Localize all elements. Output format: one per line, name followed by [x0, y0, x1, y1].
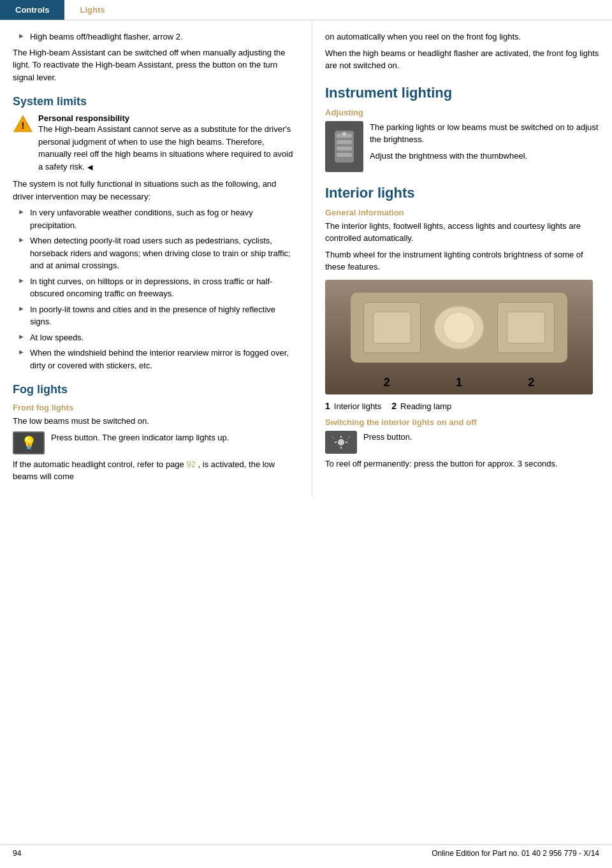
- tab-lights-label: Lights: [80, 5, 105, 15]
- fog-button-icon: 💡: [21, 435, 37, 451]
- svg-point-9: [338, 439, 344, 445]
- bullet-arrow-icon: ►: [18, 348, 25, 356]
- system-limits-heading: System limits: [13, 95, 299, 108]
- system-limits-para: The system is not fully functional in si…: [13, 178, 299, 203]
- fog-button-row: 💡 Press button. The green indicator lamp…: [13, 431, 299, 454]
- adj-text2: Adjust the brightness with the thumbwhee…: [370, 150, 599, 163]
- bullet-text-2: When detecting poorly-lit road users suc…: [30, 235, 299, 272]
- interior-lights-heading: Interior lights: [325, 185, 599, 201]
- copyright-text: Online Edition for Part no. 01 40 2 956 …: [432, 849, 599, 858]
- switch-button-image: [325, 431, 357, 454]
- fog-para2: When the high beams or headlight flasher…: [325, 47, 599, 72]
- fog-lights-heading: Fog lights: [13, 383, 299, 396]
- label-1-num: 1: [325, 401, 330, 411]
- bullet-arrow-icon: ►: [18, 333, 25, 340]
- bullet-item-3: ► In tight curves, on hilltops or in dep…: [18, 275, 299, 300]
- label-2-text: Reading lamp: [400, 401, 451, 411]
- thumbwheel-image: [325, 121, 363, 172]
- right-column: on automatically when you reel on the fr…: [312, 20, 612, 497]
- bullet-item-1: ► In very unfavorable weather conditions…: [18, 206, 299, 231]
- switching-heading: Switching the interior lights on and off: [325, 417, 599, 427]
- end-marker: ◀: [87, 163, 92, 171]
- interior-switch-icon: [328, 433, 354, 452]
- general-info-heading: General information: [325, 208, 599, 217]
- tab-controls[interactable]: Controls: [0, 0, 64, 20]
- bullet-arrow-icon: ►: [18, 32, 25, 40]
- front-fog-lights-heading: Front fog lights: [13, 403, 299, 412]
- warning-title: Personal responsibility: [38, 113, 299, 123]
- warning-text: The High-beam Assistant cannot serve as …: [38, 123, 299, 173]
- intro-paragraph: The High-beam Assistant can be switched …: [13, 47, 299, 84]
- svg-point-7: [342, 132, 346, 136]
- tab-lights[interactable]: Lights: [64, 0, 120, 20]
- intro-bullet-text: High beams off/headlight flasher, arrow …: [30, 31, 183, 43]
- warning-triangle-icon: !: [13, 113, 33, 134]
- fog-auto-text: If the automatic headlight control, refe…: [13, 458, 299, 483]
- left-column: ► High beams off/headlight flasher, arro…: [0, 20, 312, 497]
- bullet-text-4: In poorly-lit towns and cities and in th…: [30, 303, 299, 328]
- svg-text:!: !: [22, 120, 25, 131]
- bullet-text-6: When the windshield behind the interior …: [30, 347, 299, 372]
- interior-text1: The interior lights, footwell lights, ac…: [325, 220, 599, 245]
- bullet-text-3: In tight curves, on hilltops or in depre…: [30, 275, 299, 300]
- bullet-item-2: ► When detecting poorly-lit road users s…: [18, 235, 299, 272]
- adj-text1: The parking lights or low beams must be …: [370, 121, 599, 146]
- intro-bullet: ► High beams off/headlight flasher, arro…: [18, 31, 299, 43]
- label-2: 2 Reading lamp: [391, 401, 451, 411]
- fog-cont-text: on automatically when you reel on the fr…: [325, 31, 599, 43]
- switch-button-row: Press button.: [325, 431, 599, 454]
- svg-rect-5: [337, 147, 352, 150]
- adjusting-text-block: The parking lights or low beams must be …: [370, 121, 599, 166]
- svg-rect-4: [337, 140, 352, 144]
- warning-box: ! Personal responsibility The High-beam …: [13, 113, 299, 173]
- interior-text2: Thumb wheel for the instrument lighting …: [325, 249, 599, 273]
- thumbwheel-icon: [332, 127, 357, 166]
- bullet-text-1: In very unfavorable weather conditions, …: [30, 206, 299, 231]
- switch-text: Press button.: [363, 431, 412, 444]
- bullet-arrow-icon: ►: [18, 305, 25, 312]
- fog-button-image: 💡: [13, 431, 45, 454]
- bullet-arrow-icon: ►: [18, 236, 25, 243]
- interior-img-content: 2 1 2: [325, 280, 593, 394]
- fog-page-link[interactable]: 92: [186, 459, 195, 469]
- bullet-arrow-icon: ►: [18, 277, 25, 284]
- bullet-item-4: ► In poorly-lit towns and cities and in …: [18, 303, 299, 328]
- interior-lights-image: 2 1 2: [325, 280, 593, 394]
- instrument-lighting-heading: Instrument lighting: [325, 85, 599, 101]
- adjusting-row: The parking lights or low beams must be …: [325, 121, 599, 172]
- bullet-item-6: ► When the windshield behind the interio…: [18, 347, 299, 372]
- bullet-item-5: ► At low speeds.: [18, 331, 299, 344]
- fog-auto-text-pre: If the automatic headlight control, refe…: [13, 459, 184, 469]
- page-footer: 94 Online Edition for Part no. 01 40 2 9…: [0, 844, 612, 862]
- fog-text1: The low beams must be switched on.: [13, 415, 299, 428]
- header: Controls Lights: [0, 0, 612, 20]
- switch-para: To reel off permanently: press the butto…: [325, 458, 599, 470]
- fog-button-text: Press button. The green indicator lamp l…: [51, 431, 229, 444]
- image-labels: 1 Interior lights 2 Reading lamp: [325, 401, 599, 411]
- label-2-num: 2: [391, 401, 397, 411]
- svg-rect-6: [337, 153, 352, 157]
- bullet-arrow-icon: ►: [18, 208, 25, 215]
- label-1-text: Interior lights: [334, 401, 381, 411]
- warning-content: Personal responsibility The High-beam As…: [38, 113, 299, 173]
- label-1: 1 Interior lights: [325, 401, 381, 411]
- tab-controls-label: Controls: [15, 5, 49, 15]
- page-number: 94: [13, 849, 21, 858]
- adjusting-heading: Adjusting: [325, 108, 599, 117]
- main-content: ► High beams off/headlight flasher, arro…: [0, 20, 612, 497]
- bullet-text-5: At low speeds.: [30, 331, 84, 344]
- warning-text-span: The High-beam Assistant cannot serve as …: [38, 124, 293, 171]
